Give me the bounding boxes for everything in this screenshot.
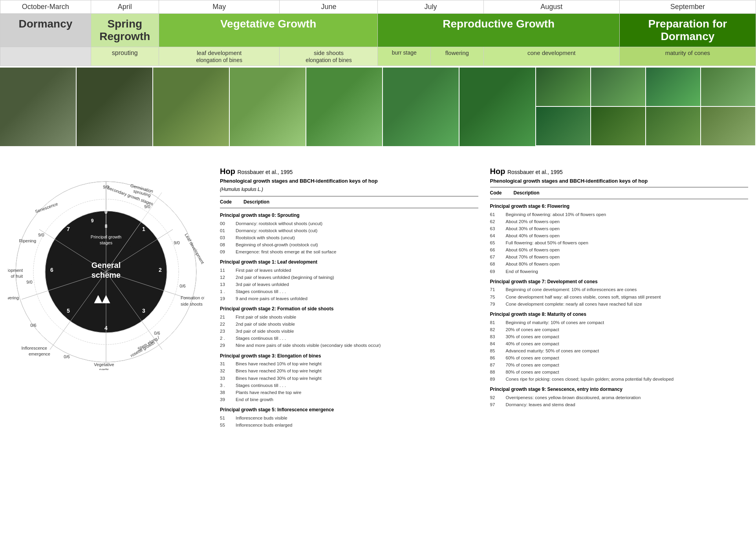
- photo-strip: [0, 68, 756, 146]
- stage-row: 68About 80% of flowers open: [490, 261, 749, 267]
- stage-row: 08Beginning of shoot-growth (rootstock c…: [220, 242, 478, 248]
- stage-row: 62About 20% of flowers open: [490, 218, 749, 225]
- svg-text:emergence: emergence: [29, 352, 50, 356]
- panel-divider-top: [220, 196, 478, 196]
- panel-divider-2: [220, 208, 478, 208]
- col-code-label: Code: [220, 199, 236, 205]
- stage-row: 75Cone development half way: all cones v…: [490, 294, 749, 300]
- stage-2-heading: Principal growth stage 2: Formation of s…: [220, 306, 478, 312]
- panel-right: Hop Rossbauer et al., 1995 Phenological …: [490, 166, 749, 429]
- month-row: October-March April May June July August…: [0, 0, 756, 13]
- stage-row: 8880% of cones are compact: [490, 369, 749, 375]
- photo-6: [383, 68, 459, 146]
- stage-row: 63About 30% of flowers open: [490, 225, 749, 232]
- panel-right-col-headers: Code Description: [490, 190, 749, 196]
- panel-right-divider-top: [490, 187, 749, 187]
- substage-dormancy: [0, 47, 91, 66]
- stage-row: 199 and more pairs of leaves unfolded: [220, 295, 478, 302]
- photo-r4: [701, 68, 756, 107]
- stage-row: 01Dormancy: rootstock without shoots (cu…: [220, 227, 478, 234]
- svg-text:0/6: 0/6: [154, 331, 160, 335]
- svg-text:9/0: 9/0: [174, 240, 179, 245]
- panel-right-divider-2: [490, 199, 749, 199]
- photo-r1: [536, 68, 591, 107]
- month-july: July: [378, 0, 483, 13]
- substage-burr: burr stage: [378, 47, 431, 66]
- panel-right-title: Hop Rossbauer et al., 1995: [490, 166, 749, 177]
- substage-cone-dev: cone development: [484, 47, 620, 66]
- stage-row: 85Advanced maturity: 50% of cones are co…: [490, 348, 749, 354]
- col-headers: Code Description: [220, 199, 478, 205]
- photo-right-grid: [536, 68, 756, 146]
- svg-text:9/0: 9/0: [38, 233, 44, 237]
- stage-row: 8660% of cones are compact: [490, 355, 749, 361]
- substage-sprouting: sprouting: [91, 47, 159, 66]
- svg-text:General: General: [92, 261, 121, 269]
- photo-2: [77, 68, 153, 146]
- stage-row: 81Beginning of maturity: 10% of cones ar…: [490, 319, 749, 326]
- stage-row: 65Full flowering: about 50% of flowers o…: [490, 240, 749, 246]
- panel-left: Hop Rossbauer et al., 1995 Phenological …: [220, 166, 478, 429]
- stage-row: 79Cone development complete: nearly all …: [490, 301, 749, 307]
- svg-text:1: 1: [142, 226, 145, 232]
- month-oct-march: October-March: [0, 0, 91, 13]
- substage-maturity: maturity of cones: [620, 47, 756, 66]
- stage-row: 66About 60% of flowers open: [490, 247, 749, 253]
- stage-row: 03Rootstock with shoots (uncut): [220, 235, 478, 241]
- photo-r8: [701, 107, 756, 146]
- photo-1: [0, 68, 77, 146]
- svg-text:4: 4: [104, 325, 108, 331]
- stage-row: 67About 70% of flowers open: [490, 254, 749, 260]
- stage-row: 97Dormancy: leaves and stems dead: [490, 401, 749, 408]
- stage-row: 122nd pair of leaves unfolded (beginning…: [220, 274, 478, 280]
- stage-row: 3 .Stages continuous till . . .: [220, 382, 478, 389]
- col-code-label-r: Code: [490, 190, 506, 196]
- stage-row: 8330% of cones are compact: [490, 334, 749, 340]
- phase-prep: Preparation for Dormancy: [620, 14, 756, 47]
- stage-row: 233rd pair of side shoots visible: [220, 328, 478, 334]
- panel-left-subtitle: Phenological growth stages and BBCH-iden…: [220, 178, 478, 185]
- photo-r3: [646, 68, 701, 107]
- stage-row: 61Beginning of flowering: about 10% of f…: [490, 211, 749, 218]
- photo-4: [230, 68, 306, 146]
- photo-r7: [646, 107, 701, 146]
- stage-row: 00Dormancy: rootstock without shoots (un…: [220, 220, 478, 227]
- stage-3-heading: Principal growth stage 3: Elongation of …: [220, 353, 478, 359]
- photo-7: [459, 68, 536, 146]
- svg-text:scheme: scheme: [92, 271, 121, 279]
- stage-row: 55Inflorescence buds enlarged: [220, 422, 478, 428]
- phase-vegetative: Vegetative Growth: [159, 14, 378, 47]
- stage-row: 89Cones ripe for picking: cones closed; …: [490, 376, 749, 382]
- svg-text:Inflorescence: Inflorescence: [22, 346, 47, 350]
- stage-row: 31Bines have reached 10% of top wire hei…: [220, 361, 478, 367]
- photo-r5: [536, 107, 591, 146]
- svg-text:3: 3: [142, 308, 145, 314]
- svg-text:Vegetative: Vegetative: [94, 362, 114, 367]
- stage-row: 71Beginning of cone development: 10% of …: [490, 286, 749, 293]
- svg-text:0/6: 0/6: [64, 354, 70, 359]
- month-september: September: [620, 0, 756, 13]
- panel-left-title: Hop Rossbauer et al., 1995: [220, 166, 478, 177]
- stage-row: 51Inflorescence buds visible: [220, 415, 478, 421]
- svg-text:6: 6: [50, 267, 53, 273]
- svg-text:Flowering: Flowering: [8, 295, 19, 300]
- svg-text:0/6: 0/6: [179, 284, 185, 288]
- svg-text:9: 9: [91, 218, 94, 224]
- substage-leaf: leaf development elongation of bines: [159, 47, 280, 66]
- lower-section: 0 1 2 3 4 5 6 7 8 9 9/0 9/0 9/0 0/6 0/6 …: [0, 154, 756, 441]
- stage-row: 39End of bine growth: [220, 396, 478, 403]
- text-panels: Hop Rossbauer et al., 1995 Phenological …: [220, 166, 748, 429]
- stage-9-heading: Principal growth stage 9: Senescence, en…: [490, 386, 749, 393]
- svg-text:Principal growth: Principal growth: [91, 235, 121, 239]
- phase-dormancy: Dormancy: [0, 14, 91, 47]
- svg-text:Development: Development: [8, 268, 23, 273]
- stage-row: 38Plants have reached the top wire: [220, 389, 478, 396]
- stage-5-heading: Principal growth stage 5: Inflorescence …: [220, 407, 478, 413]
- stage-row: 09Emergence: first shoots emerge at the …: [220, 249, 478, 255]
- substage-row: sprouting leaf development elongation of…: [0, 47, 756, 66]
- svg-text:of fruit: of fruit: [11, 274, 23, 279]
- month-august: August: [484, 0, 620, 13]
- svg-text:2: 2: [159, 267, 162, 273]
- month-april: April: [91, 0, 159, 13]
- svg-text:9/0: 9/0: [26, 280, 32, 284]
